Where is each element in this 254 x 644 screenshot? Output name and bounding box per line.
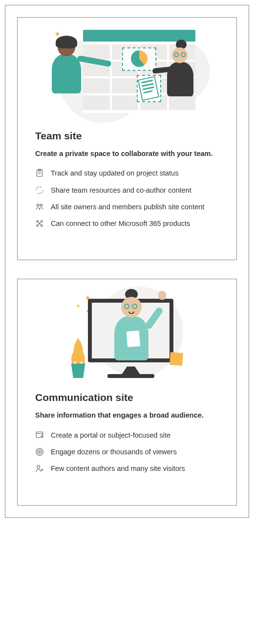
svg-point-16 bbox=[36, 448, 43, 456]
feature-text: Track and stay updated on project status bbox=[51, 168, 219, 178]
card-subtitle: Create a private space to collaborate wi… bbox=[35, 149, 219, 158]
sticky-note-icon bbox=[169, 353, 183, 366]
feature-text: Can connect to other Microsoft 365 produ… bbox=[51, 219, 219, 228]
feature-list: Track and stay updated on project status… bbox=[35, 168, 219, 228]
svg-point-17 bbox=[37, 466, 40, 468]
feature-item: Few content authors and many site visito… bbox=[35, 464, 219, 473]
people-icon bbox=[35, 202, 44, 211]
feature-item: Engage dozens or thousands of viewers bbox=[35, 447, 219, 457]
refresh-icon bbox=[35, 186, 44, 195]
feature-text: Engage dozens or thousands of viewers bbox=[51, 447, 219, 457]
feature-item: All site owners and members publish site… bbox=[35, 202, 219, 212]
author-icon bbox=[35, 464, 44, 473]
pot-icon bbox=[69, 363, 87, 378]
plant-icon bbox=[67, 338, 89, 367]
card-subtitle: Share information that engages a broad a… bbox=[35, 410, 219, 420]
svg-point-5 bbox=[40, 204, 42, 206]
feature-item: Track and stay updated on project status bbox=[35, 168, 219, 178]
communication-site-illustration: ✦ ✦ ✦ bbox=[18, 279, 236, 392]
team-site-card[interactable]: ✦ ✦ bbox=[17, 17, 237, 260]
broadcast-icon bbox=[35, 447, 44, 456]
feature-list: Create a portal or subject-focused site … bbox=[35, 430, 219, 474]
feature-text: All site owners and members publish site… bbox=[51, 202, 219, 212]
card-title: Team site bbox=[35, 130, 219, 142]
feature-item: Share team resources and co-author conte… bbox=[35, 185, 219, 195]
svg-point-15 bbox=[38, 450, 42, 454]
feature-item: Create a portal or subject-focused site bbox=[35, 430, 219, 440]
svg-point-14 bbox=[39, 451, 40, 452]
team-site-illustration: ✦ ✦ bbox=[18, 18, 236, 130]
site-type-chooser: ✦ ✦ bbox=[5, 5, 249, 518]
sparkle-icon: ✦ bbox=[76, 303, 81, 310]
communication-site-card[interactable]: ✦ ✦ ✦ bbox=[17, 279, 237, 505]
feature-text: Create a portal or subject-focused site bbox=[51, 430, 219, 440]
clipboard-icon bbox=[35, 169, 44, 178]
pie-chart-icon bbox=[131, 50, 148, 67]
portal-icon bbox=[35, 431, 44, 440]
connect-icon bbox=[35, 219, 44, 228]
card-title: Communication site bbox=[35, 392, 219, 403]
feature-item: Can connect to other Microsoft 365 produ… bbox=[35, 219, 219, 228]
svg-point-4 bbox=[37, 204, 39, 206]
feature-text: Share team resources and co-author conte… bbox=[51, 185, 219, 195]
feature-text: Few content authors and many site visito… bbox=[51, 464, 219, 473]
